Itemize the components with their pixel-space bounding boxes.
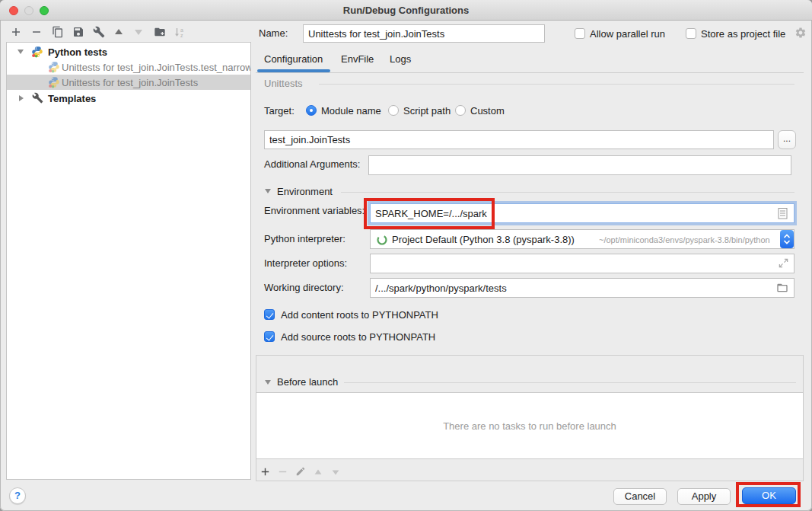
- browse-button[interactable]: ...: [778, 130, 796, 149]
- tab-envfile[interactable]: EnvFile: [341, 53, 374, 65]
- environment-section-label: Environment: [277, 186, 333, 198]
- edit-templates-icon[interactable]: [93, 26, 105, 38]
- environment-variables-label: Environment variables:: [264, 205, 365, 217]
- interpreter-options-input[interactable]: [370, 254, 794, 273]
- tree-item-label: Unittests for test_join.JoinTests: [62, 77, 198, 88]
- working-directory-input[interactable]: [370, 278, 794, 298]
- target-input[interactable]: [264, 130, 774, 149]
- folder-icon[interactable]: [776, 282, 788, 294]
- before-launch-label: Before launch: [277, 376, 338, 388]
- before-launch-edit-icon[interactable]: [295, 466, 306, 477]
- target-label: Target:: [264, 105, 295, 117]
- move-up-icon[interactable]: [113, 26, 125, 38]
- store-as-project-file-checkbox[interactable]: [686, 28, 696, 39]
- group-divider: [319, 84, 794, 85]
- add-configuration-icon[interactable]: [10, 26, 22, 38]
- sort-configurations-icon[interactable]: az: [174, 26, 186, 38]
- tree-item-label: Templates: [48, 93, 96, 104]
- additional-arguments-label: Additional Arguments:: [264, 158, 360, 171]
- radio-module-name-label: Module name: [321, 105, 381, 117]
- radio-custom-label: Custom: [470, 105, 505, 117]
- radio-custom[interactable]: [455, 105, 466, 116]
- before-launch-add-icon[interactable]: [260, 466, 271, 477]
- before-launch-task-list[interactable]: There are no tasks to run before launch: [256, 392, 804, 459]
- remove-configuration-icon[interactable]: [30, 26, 43, 38]
- add-source-roots-checkbox[interactable]: [264, 331, 275, 342]
- tab-configuration[interactable]: Configuration: [264, 53, 323, 65]
- before-launch-remove-icon[interactable]: [277, 466, 288, 477]
- tree-item-unittests-jointests-selected[interactable]: Unittests for test_join.JoinTests: [7, 75, 250, 90]
- templates-wrench-icon: [32, 92, 43, 104]
- ok-button[interactable]: OK: [742, 487, 796, 504]
- run-debug-configurations-dialog: Run/Debug Configurations az Python tests…: [0, 0, 812, 511]
- svg-text:a: a: [180, 27, 183, 33]
- titlebar: Run/Debug Configurations: [0, 0, 812, 21]
- combo-stepper-icon[interactable]: [780, 230, 794, 248]
- before-launch-empty-message: There are no tasks to run before launch: [443, 420, 616, 432]
- python-interpreter-select[interactable]: Project Default (Python 3.8 (pyspark-3.8…: [370, 229, 794, 249]
- copy-configuration-icon[interactable]: [52, 26, 64, 38]
- apply-button[interactable]: Apply: [677, 488, 731, 505]
- store-as-project-file-label: Store as project file: [701, 28, 785, 40]
- section-divider: [341, 192, 794, 193]
- expand-arrow-icon[interactable]: [19, 95, 24, 101]
- env-variables-list-icon[interactable]: [778, 208, 788, 219]
- tab-logs[interactable]: Logs: [390, 53, 411, 65]
- help-button[interactable]: ?: [9, 487, 26, 504]
- additional-arguments-input[interactable]: [368, 155, 791, 175]
- move-down-icon[interactable]: [132, 26, 145, 38]
- python-interpreter-value: Project Default (Python 3.8 (pyspark-3.8…: [392, 234, 575, 245]
- conda-env-icon: [376, 234, 388, 246]
- section-divider: [344, 382, 796, 383]
- window-title: Run/Debug Configurations: [0, 5, 812, 16]
- expand-field-icon[interactable]: [778, 257, 789, 269]
- working-directory-label: Working directory:: [264, 282, 344, 294]
- gear-icon[interactable]: [794, 27, 807, 39]
- environment-collapse-icon[interactable]: [265, 189, 271, 193]
- add-content-roots-label: Add content roots to PYTHONPATH: [281, 309, 438, 321]
- interpreter-options-label: Interpreter options:: [264, 257, 347, 270]
- radio-module-name[interactable]: [306, 105, 317, 116]
- add-content-roots-checkbox[interactable]: [264, 309, 275, 320]
- tree-item-label: Unittests for test_join.JoinTests.test_n…: [62, 62, 251, 73]
- before-launch-collapse-icon[interactable]: [265, 380, 271, 385]
- unittests-group-label: Unittests: [264, 78, 303, 90]
- tree-item-label: Python tests: [48, 46, 107, 58]
- before-launch-move-up-icon[interactable]: [313, 467, 323, 477]
- new-folder-icon[interactable]: [154, 26, 166, 38]
- svg-text:z: z: [180, 33, 183, 38]
- python-test-config-icon: [48, 76, 60, 88]
- environment-variables-input[interactable]: [370, 203, 794, 223]
- collapse-arrow-icon[interactable]: [18, 50, 24, 54]
- name-label: Name:: [259, 27, 288, 40]
- before-launch-move-down-icon[interactable]: [330, 467, 341, 477]
- tree-item-python-tests[interactable]: Python tests: [7, 44, 250, 59]
- allow-parallel-run-label: Allow parallel run: [590, 28, 665, 40]
- python-tests-icon: [31, 46, 43, 58]
- add-source-roots-label: Add source roots to PYTHONPATH: [281, 331, 435, 343]
- save-configuration-icon[interactable]: [72, 26, 84, 38]
- allow-parallel-run-checkbox[interactable]: [575, 28, 585, 39]
- name-input[interactable]: [303, 24, 545, 43]
- python-interpreter-label: Python interpreter:: [264, 233, 345, 245]
- tree-item-unittests-test-narrow[interactable]: Unittests for test_join.JoinTests.test_n…: [7, 59, 250, 75]
- radio-script-path[interactable]: [388, 105, 399, 116]
- configuration-panel: Unittests Target: Module name Script pat…: [256, 73, 804, 356]
- configurations-tree: Python tests Unittests for test_join.Joi…: [6, 42, 251, 480]
- radio-script-path-label: Script path: [403, 105, 451, 117]
- python-interpreter-path: ~/opt/miniconda3/envs/pyspark-3.8/bin/py…: [599, 235, 770, 244]
- cancel-button[interactable]: Cancel: [613, 488, 667, 505]
- tree-item-templates[interactable]: Templates: [7, 91, 250, 106]
- python-test-config-icon: [48, 61, 60, 73]
